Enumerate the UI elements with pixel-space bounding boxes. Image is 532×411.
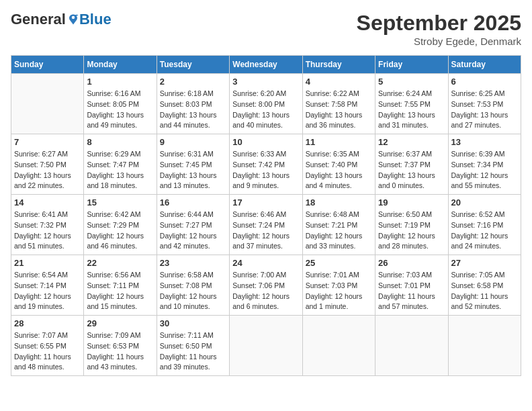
calendar-cell: 28Sunrise: 7:07 AMSunset: 6:55 PMDayligh… (11, 316, 84, 376)
calendar-cell: 22Sunrise: 6:56 AMSunset: 7:11 PMDayligh… (84, 255, 157, 316)
calendar-cell (230, 316, 302, 376)
day-info: Sunrise: 6:31 AMSunset: 7:45 PMDaylight:… (160, 149, 226, 191)
calendar-cell: 8Sunrise: 6:29 AMSunset: 7:47 PMDaylight… (84, 134, 157, 195)
calendar-cell: 15Sunrise: 6:42 AMSunset: 7:29 PMDayligh… (84, 195, 157, 255)
day-number: 5 (378, 77, 445, 87)
calendar-cell: 23Sunrise: 6:58 AMSunset: 7:08 PMDayligh… (157, 255, 229, 316)
day-number: 6 (451, 77, 518, 87)
day-info: Sunrise: 6:50 AMSunset: 7:19 PMDaylight:… (378, 210, 445, 252)
day-info: Sunrise: 6:41 AMSunset: 7:32 PMDaylight:… (14, 210, 81, 252)
calendar-cell: 30Sunrise: 7:11 AMSunset: 6:50 PMDayligh… (157, 316, 229, 376)
calendar-cell: 10Sunrise: 6:33 AMSunset: 7:42 PMDayligh… (230, 134, 302, 195)
day-number: 3 (232, 77, 299, 87)
day-info: Sunrise: 6:35 AMSunset: 7:40 PMDaylight:… (306, 149, 372, 191)
calendar-cell: 18Sunrise: 6:48 AMSunset: 7:21 PMDayligh… (302, 195, 375, 255)
day-info: Sunrise: 6:24 AMSunset: 7:55 PMDaylight:… (378, 89, 445, 131)
day-info: Sunrise: 7:07 AMSunset: 6:55 PMDaylight:… (14, 330, 81, 373)
logo-bird-icon (67, 13, 79, 26)
calendar-cell: 24Sunrise: 7:00 AMSunset: 7:06 PMDayligh… (230, 255, 302, 316)
calendar-week-row: 14Sunrise: 6:41 AMSunset: 7:32 PMDayligh… (11, 195, 521, 255)
logo-blue-text: Blue (79, 11, 112, 28)
title-block: September 2025 Stroby Egede, Denmark (357, 11, 521, 47)
calendar-cell: 7Sunrise: 6:27 AMSunset: 7:50 PMDaylight… (11, 134, 84, 195)
day-info: Sunrise: 6:42 AMSunset: 7:29 PMDaylight:… (87, 210, 153, 252)
calendar-cell: 12Sunrise: 6:37 AMSunset: 7:37 PMDayligh… (375, 134, 448, 195)
day-info: Sunrise: 6:46 AMSunset: 7:24 PMDaylight:… (232, 210, 299, 252)
day-number: 10 (232, 137, 299, 147)
day-number: 4 (306, 77, 372, 87)
day-info: Sunrise: 7:03 AMSunset: 7:01 PMDaylight:… (378, 270, 445, 312)
day-number: 2 (160, 77, 226, 87)
calendar-header-saturday: Saturday (448, 56, 521, 74)
calendar-cell: 16Sunrise: 6:44 AMSunset: 7:27 PMDayligh… (157, 195, 229, 255)
calendar-cell: 3Sunrise: 6:20 AMSunset: 8:00 PMDaylight… (230, 74, 302, 134)
calendar-header-row: SundayMondayTuesdayWednesdayThursdayFrid… (11, 56, 521, 74)
calendar-cell: 21Sunrise: 6:54 AMSunset: 7:14 PMDayligh… (11, 255, 84, 316)
calendar-header-tuesday: Tuesday (157, 56, 229, 74)
location-subtitle: Stroby Egede, Denmark (357, 36, 521, 47)
day-info: Sunrise: 6:29 AMSunset: 7:47 PMDaylight:… (87, 149, 153, 191)
day-number: 18 (306, 197, 372, 208)
calendar-cell: 4Sunrise: 6:22 AMSunset: 7:58 PMDaylight… (302, 74, 375, 134)
day-info: Sunrise: 7:09 AMSunset: 6:53 PMDaylight:… (87, 330, 153, 373)
calendar-cell: 5Sunrise: 6:24 AMSunset: 7:55 PMDaylight… (375, 74, 448, 134)
day-info: Sunrise: 6:58 AMSunset: 7:08 PMDaylight:… (160, 270, 226, 312)
day-info: Sunrise: 6:22 AMSunset: 7:58 PMDaylight:… (306, 89, 372, 131)
calendar-week-row: 21Sunrise: 6:54 AMSunset: 7:14 PMDayligh… (11, 255, 521, 316)
calendar-week-row: 7Sunrise: 6:27 AMSunset: 7:50 PMDaylight… (11, 134, 521, 195)
calendar-cell: 6Sunrise: 6:25 AMSunset: 7:53 PMDaylight… (448, 74, 521, 134)
calendar-cell: 25Sunrise: 7:01 AMSunset: 7:03 PMDayligh… (302, 255, 375, 316)
day-info: Sunrise: 6:25 AMSunset: 7:53 PMDaylight:… (451, 89, 518, 131)
day-info: Sunrise: 7:01 AMSunset: 7:03 PMDaylight:… (306, 270, 372, 312)
day-info: Sunrise: 6:33 AMSunset: 7:42 PMDaylight:… (232, 149, 299, 191)
day-info: Sunrise: 6:27 AMSunset: 7:50 PMDaylight:… (14, 149, 81, 191)
day-number: 29 (87, 318, 153, 328)
day-info: Sunrise: 6:56 AMSunset: 7:11 PMDaylight:… (87, 270, 153, 312)
calendar-header-thursday: Thursday (302, 56, 375, 74)
calendar-header-friday: Friday (375, 56, 448, 74)
calendar-cell: 26Sunrise: 7:03 AMSunset: 7:01 PMDayligh… (375, 255, 448, 316)
day-number: 27 (451, 258, 518, 268)
day-info: Sunrise: 6:16 AMSunset: 8:05 PMDaylight:… (87, 89, 153, 131)
day-number: 16 (160, 197, 226, 208)
calendar-cell: 20Sunrise: 6:52 AMSunset: 7:16 PMDayligh… (448, 195, 521, 255)
day-number: 19 (378, 197, 445, 208)
day-number: 24 (232, 258, 299, 268)
day-number: 9 (160, 137, 226, 147)
calendar-cell (302, 316, 375, 376)
day-number: 23 (160, 258, 226, 268)
day-info: Sunrise: 7:00 AMSunset: 7:06 PMDaylight:… (232, 270, 299, 312)
calendar-header-monday: Monday (84, 56, 157, 74)
day-number: 12 (378, 137, 445, 147)
calendar-cell: 29Sunrise: 7:09 AMSunset: 6:53 PMDayligh… (84, 316, 157, 376)
calendar-cell (375, 316, 448, 376)
day-info: Sunrise: 7:05 AMSunset: 6:58 PMDaylight:… (451, 270, 518, 312)
day-number: 26 (378, 258, 445, 268)
day-number: 21 (14, 258, 81, 268)
calendar-cell: 17Sunrise: 6:46 AMSunset: 7:24 PMDayligh… (230, 195, 302, 255)
logo-general-text: General (11, 11, 66, 28)
day-info: Sunrise: 6:44 AMSunset: 7:27 PMDaylight:… (160, 210, 226, 252)
calendar-week-row: 1Sunrise: 6:16 AMSunset: 8:05 PMDaylight… (11, 74, 521, 134)
calendar-header-sunday: Sunday (11, 56, 84, 74)
calendar-cell: 13Sunrise: 6:39 AMSunset: 7:34 PMDayligh… (448, 134, 521, 195)
day-number: 20 (451, 197, 518, 208)
day-info: Sunrise: 6:20 AMSunset: 8:00 PMDaylight:… (232, 89, 299, 131)
day-number: 15 (87, 197, 153, 208)
day-number: 7 (14, 137, 81, 147)
month-title: September 2025 (357, 11, 521, 36)
day-info: Sunrise: 6:18 AMSunset: 8:03 PMDaylight:… (160, 89, 226, 131)
day-number: 13 (451, 137, 518, 147)
calendar-week-row: 28Sunrise: 7:07 AMSunset: 6:55 PMDayligh… (11, 316, 521, 376)
calendar-header-wednesday: Wednesday (230, 56, 302, 74)
calendar-cell: 11Sunrise: 6:35 AMSunset: 7:40 PMDayligh… (302, 134, 375, 195)
day-number: 25 (306, 258, 372, 268)
day-info: Sunrise: 6:37 AMSunset: 7:37 PMDaylight:… (378, 149, 445, 191)
day-info: Sunrise: 6:54 AMSunset: 7:14 PMDaylight:… (14, 270, 81, 312)
day-number: 14 (14, 197, 81, 208)
day-number: 22 (87, 258, 153, 268)
calendar-cell: 1Sunrise: 6:16 AMSunset: 8:05 PMDaylight… (84, 74, 157, 134)
day-info: Sunrise: 7:11 AMSunset: 6:50 PMDaylight:… (160, 330, 226, 373)
day-number: 17 (232, 197, 299, 208)
day-info: Sunrise: 6:48 AMSunset: 7:21 PMDaylight:… (306, 210, 372, 252)
